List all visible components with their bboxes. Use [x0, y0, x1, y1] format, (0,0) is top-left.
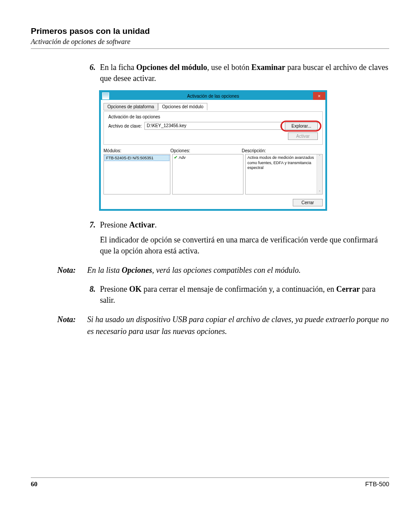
- step-8: 8. Presione OK para cerrar el mensaje de…: [81, 284, 389, 306]
- note-label: Nota:: [57, 264, 87, 276]
- close-button[interactable]: Cerrar: [293, 199, 323, 206]
- dialog-title: Activación de las opciones: [101, 94, 325, 99]
- scroll-up-icon[interactable]: ˄: [319, 154, 321, 158]
- note-text: Si ha usado un dispositivo USB para copi…: [87, 314, 389, 337]
- step-number: 7.: [81, 220, 100, 257]
- options-label: Opciones:: [170, 148, 242, 153]
- note-label: Nota:: [57, 314, 87, 337]
- option-item[interactable]: ✔ Adv: [173, 154, 243, 160]
- description-text: Activa modos de medición avanzados como …: [246, 154, 322, 171]
- header-rule: [31, 48, 389, 49]
- activation-group: Activación de las opciones Archivo de cl…: [103, 111, 323, 145]
- step-text: Presione OK para cerrar el mensaje de co…: [100, 284, 389, 306]
- page-number: 60: [31, 481, 37, 488]
- page-title: Primeros pasos con la unidad: [31, 26, 389, 36]
- note-1: Nota: En la lista Opciones, verá las opc…: [57, 264, 389, 276]
- app-icon: [102, 92, 109, 99]
- step-7: 7. Presione Activar. El indicador de opc…: [81, 220, 389, 257]
- note-2: Nota: Si ha usado un dispositivo USB par…: [57, 314, 389, 337]
- browse-button[interactable]: Explorar...: [285, 122, 318, 130]
- footer-rule: [31, 477, 389, 478]
- key-file-label: Archivo de clave:: [108, 124, 142, 128]
- close-icon[interactable]: ×: [313, 92, 325, 100]
- page-subtitle: Activación de opciones de software: [31, 38, 389, 46]
- step-6: 6. En la ficha Opciones del módulo, use …: [81, 62, 389, 84]
- options-list[interactable]: ✔ Adv: [172, 154, 243, 194]
- scrollbar[interactable]: ˄ ˅: [317, 154, 322, 194]
- option-item-label: Adv: [179, 155, 186, 160]
- group-title: Activación de las opciones: [108, 114, 318, 119]
- activate-button[interactable]: Activar: [288, 132, 318, 140]
- step-number: 8.: [81, 284, 100, 306]
- modules-label: Módulos:: [103, 148, 170, 153]
- modules-list[interactable]: FTB-5240S-EI N/S:505351: [103, 154, 170, 194]
- step-text: En la ficha Opciones del módulo, use el …: [100, 62, 389, 84]
- dialog-screenshot: Activación de las opciones × Opciones de…: [99, 90, 327, 211]
- page-footer: 60 FTB-500: [31, 477, 389, 488]
- dialog-titlebar: Activación de las opciones ×: [101, 92, 325, 100]
- check-icon: ✔: [174, 155, 177, 160]
- note-text: En la lista Opciones, verá las opciones …: [87, 264, 389, 276]
- description-label: Descripción:: [242, 148, 323, 153]
- tab-platform[interactable]: Opciones de plataforma: [103, 103, 158, 110]
- module-item[interactable]: FTB-5240S-EI N/S:505351: [104, 155, 169, 161]
- step-number: 6.: [81, 62, 100, 84]
- step-text: Presione Activar. El indicador de opción…: [100, 220, 389, 257]
- key-file-input[interactable]: D:\KEY_123456.key: [144, 122, 282, 130]
- description-box: Activa modos de medición avanzados como …: [245, 154, 323, 194]
- tab-module[interactable]: Opciones del módulo: [158, 103, 207, 110]
- tabs: Opciones de plataforma Opciones del módu…: [103, 103, 323, 110]
- scroll-down-icon[interactable]: ˅: [319, 190, 321, 194]
- model-label: FTB-500: [365, 481, 389, 488]
